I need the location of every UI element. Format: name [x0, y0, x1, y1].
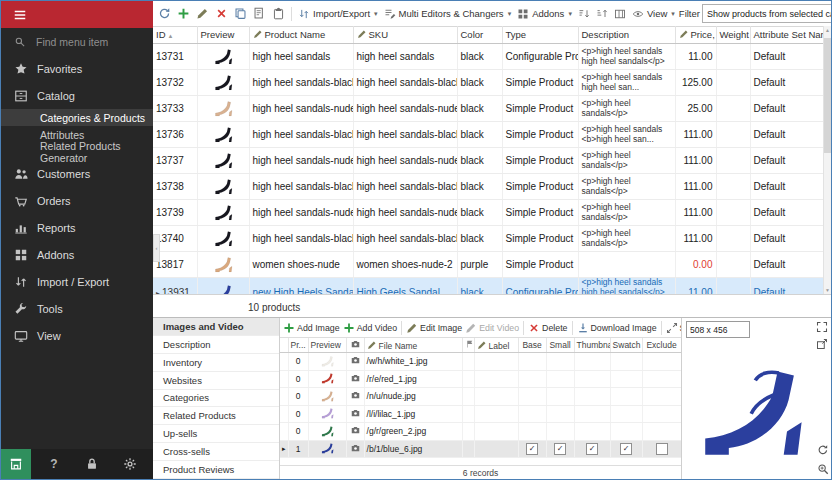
copy-button[interactable] — [232, 5, 249, 22]
column-small[interactable]: Small — [546, 338, 574, 353]
small-checkbox[interactable] — [554, 443, 566, 455]
store-button[interactable] — [1, 449, 31, 479]
sidebar-item-favorites[interactable]: Favorites — [1, 55, 153, 82]
view-menu[interactable]: View — [630, 6, 677, 22]
column-priority[interactable]: Pr... — [288, 338, 308, 353]
tab-description[interactable]: Description — [153, 336, 279, 354]
scroll-down-arrow[interactable]: ▼ — [824, 287, 831, 293]
image-row[interactable]: 0/n/u/nude.jpg — [280, 388, 681, 406]
tab-product-reviews[interactable]: Product Reviews — [153, 461, 279, 479]
product-row[interactable]: 13738high heel sandals-black-37high heel… — [153, 174, 824, 200]
column-sku[interactable]: SKU — [353, 26, 457, 44]
product-row[interactable]: 13736high heel sandals-black-36high heel… — [153, 122, 824, 148]
product-row[interactable]: 13732high heel sandals-blackhigh heel sa… — [153, 70, 824, 96]
image-size-input[interactable] — [686, 321, 750, 338]
add-image-button[interactable]: Add Image — [282, 321, 341, 335]
open-external-icon[interactable] — [816, 338, 828, 350]
sidebar-item-related-products-generator[interactable]: Related Products Generator — [1, 143, 153, 160]
rotate-icon[interactable] — [817, 444, 829, 456]
fullscreen-icon[interactable] — [816, 321, 828, 333]
exclude-checkbox[interactable] — [656, 443, 668, 455]
column-base[interactable]: Base — [518, 338, 546, 353]
edit-image-button[interactable]: Edit Image — [405, 321, 463, 335]
base-checkbox[interactable] — [526, 443, 538, 455]
tab-images-and-video[interactable]: Images and Video — [153, 318, 279, 336]
column-flag[interactable] — [462, 338, 474, 353]
tab-categories[interactable]: Categories — [153, 390, 279, 408]
set-resize-rule-button[interactable]: Set Resize Rule — [665, 321, 682, 335]
column-image-preview[interactable]: Preview — [308, 338, 346, 353]
sidebar-item-import-export[interactable]: Import / Export — [1, 268, 153, 295]
column-weight[interactable]: Weight — [716, 26, 750, 44]
column-attribute-set[interactable]: Attribute Set Name — [750, 26, 824, 44]
refresh-button[interactable] — [156, 5, 173, 22]
column-type[interactable]: Type — [502, 26, 578, 44]
column-price[interactable]: Price, — [675, 26, 716, 44]
vertical-scrollbar[interactable]: ▲ ▼ — [823, 26, 831, 294]
image-row[interactable]: 0/g/r/green_2.jpg — [280, 423, 681, 441]
sidebar-item-categories-products[interactable]: Categories & Products — [1, 109, 153, 126]
menu-search-input[interactable] — [34, 35, 138, 49]
columns-button[interactable] — [612, 6, 628, 22]
column-preview[interactable]: Preview — [197, 26, 249, 44]
delete-product-button[interactable] — [213, 5, 230, 22]
tab-websites[interactable]: Websites — [153, 372, 279, 390]
sidebar-item-orders[interactable]: Orders — [1, 187, 153, 214]
paste-button[interactable] — [270, 5, 287, 22]
column-camera[interactable] — [346, 338, 364, 353]
swatch-checkbox[interactable] — [620, 443, 632, 455]
sort-ascending-button[interactable] — [576, 6, 592, 22]
product-row[interactable]: 13739high heel sandals-nude-37high heel … — [153, 200, 824, 226]
help-button[interactable]: ? — [39, 449, 69, 479]
tab-related-products[interactable]: Related Products — [153, 407, 279, 425]
sidebar-item-addons[interactable]: Addons — [1, 241, 153, 268]
column-description[interactable]: Description — [578, 26, 675, 44]
download-image-button[interactable]: Download Image — [576, 321, 658, 335]
column-exclude[interactable]: Exclude — [642, 338, 681, 353]
product-row[interactable]: 13737high heel sandals-nude-36high heel … — [153, 148, 824, 174]
column-color[interactable]: Color — [457, 26, 502, 44]
column-swatch[interactable]: Swatch — [610, 338, 642, 353]
menu-icon[interactable] — [13, 8, 27, 22]
multi-editors-menu[interactable]: Multi Editors & Changers — [382, 6, 514, 22]
image-row[interactable]: 0/r/e/red_1.jpg — [280, 370, 681, 388]
lock-button[interactable] — [77, 449, 107, 479]
sidebar-item-customers[interactable]: Customers — [1, 160, 153, 187]
product-row[interactable]: 13731high heel sandalshigh heel sandalsb… — [153, 44, 824, 70]
image-row[interactable]: 0/w/h/white_1.jpg — [280, 353, 681, 371]
product-row[interactable]: 13817women shoes-nudewomen shoes-nude-2p… — [153, 252, 824, 278]
product-row[interactable]: 13733high heel sandals-nudehigh heel san… — [153, 96, 824, 122]
sidebar-item-tools[interactable]: Tools — [1, 295, 153, 322]
sort-descending-button[interactable] — [594, 6, 610, 22]
zoom-icon[interactable] — [817, 463, 829, 475]
tab-cross-sells[interactable]: Cross-sells — [153, 443, 279, 461]
sidebar-item-reports[interactable]: Reports — [1, 214, 153, 241]
filter-select[interactable]: Show products from selected categories — [702, 4, 831, 23]
column-file-name[interactable]: File Name — [364, 338, 462, 353]
duplicate-button[interactable] — [251, 5, 268, 22]
tab-up-sells[interactable]: Up-sells — [153, 425, 279, 443]
sidebar-item-catalog[interactable]: Catalog — [1, 82, 153, 109]
thumbnail-checkbox[interactable] — [586, 443, 598, 455]
import-export-menu[interactable]: Import/Export — [296, 6, 380, 22]
product-row[interactable]: ▸13931new High Heels SandalsHigh Geels S… — [153, 278, 824, 295]
image-row[interactable]: ▸1/b/1/blue_6.jpg — [280, 440, 681, 458]
tab-inventory[interactable]: Inventory — [153, 354, 279, 372]
image-preview[interactable] — [688, 340, 815, 471]
addons-menu[interactable]: Addons — [515, 6, 574, 22]
grid-splitter-handle[interactable]: ‹ — [153, 234, 160, 262]
scroll-up-arrow[interactable]: ▲ — [824, 27, 831, 33]
column-id[interactable]: ID — [153, 26, 197, 44]
add-video-button[interactable]: Add Video — [342, 321, 398, 335]
scrollbar-thumb[interactable] — [824, 38, 831, 153]
edit-video-button[interactable]: Edit Video — [464, 321, 520, 335]
column-thumbnail[interactable]: Thumbna... — [574, 338, 610, 353]
sidebar-item-view[interactable]: View — [1, 322, 153, 349]
settings-button[interactable] — [115, 449, 145, 479]
product-row[interactable]: 13740high heel sandals-black-38high heel… — [153, 226, 824, 252]
column-product-name[interactable]: Product Name — [249, 26, 353, 44]
column-label[interactable]: Label — [474, 338, 518, 353]
add-product-button[interactable] — [175, 5, 192, 22]
edit-product-button[interactable] — [194, 5, 211, 22]
delete-image-button[interactable]: Delete — [527, 321, 568, 335]
